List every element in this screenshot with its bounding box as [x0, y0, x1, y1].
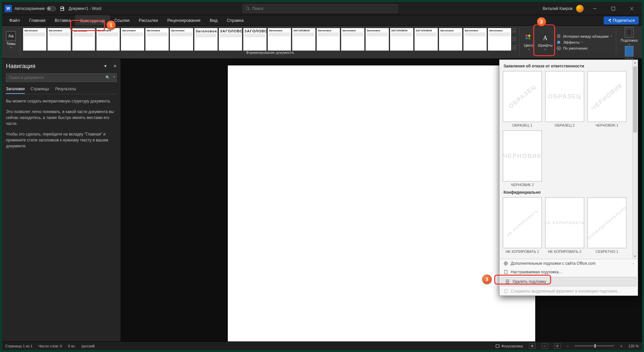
document-page[interactable] — [228, 65, 535, 341]
style-thumb[interactable]: Заголовок — [170, 28, 193, 51]
search-icon — [246, 6, 250, 11]
watermark-option[interactable]: ОБРАЗЕЦОБРАЗЕЦ 2 — [545, 71, 584, 127]
style-thumb[interactable]: Заголовок — [72, 28, 96, 51]
dropdown-scrollbar[interactable]: ▲ ▼ — [632, 60, 638, 259]
nav-tab-pages[interactable]: Страницы — [31, 85, 49, 94]
watermark-option[interactable]: ОБРАЗЕЦОБРАЗЕЦ 1 — [503, 71, 542, 127]
zoom-in[interactable]: + — [620, 344, 622, 348]
view-print-layout[interactable]: ▦ — [529, 343, 536, 349]
scroll-thumb[interactable] — [633, 66, 637, 133]
colors-button[interactable]: Цвета▾ — [522, 29, 536, 55]
style-thumb[interactable]: Заголовок — [23, 28, 47, 51]
chevron-down-icon: ▾ — [10, 46, 12, 49]
user-name[interactable]: Виталий Каиров — [543, 6, 573, 11]
style-thumb[interactable]: ЗАГОЛОВОК — [414, 28, 438, 51]
ribbon-body: Aa Темы ▾ ЗаголовокЗаголовокЗаголовокЗаг… — [2, 26, 642, 59]
style-thumb[interactable]: Заголовок — [194, 28, 218, 51]
gallery-expand[interactable]: ▾ — [512, 45, 516, 49]
status-language[interactable]: русский — [82, 344, 95, 348]
style-thumb[interactable]: Заголовок — [488, 28, 511, 51]
share-icon — [608, 19, 612, 22]
nav-title: Навигация — [6, 63, 35, 70]
style-thumb[interactable]: Заголовок — [316, 28, 340, 51]
status-words[interactable]: Число слов: 0 — [38, 344, 62, 348]
zoom-level[interactable]: 120 % — [628, 344, 639, 348]
tab-view[interactable]: Вид — [205, 15, 222, 25]
tab-help[interactable]: Справка — [222, 15, 248, 25]
avatar[interactable] — [576, 5, 584, 13]
watermark-option[interactable]: ЧЕРНОВИКЧЕРНОВИК 2 — [503, 131, 542, 187]
tab-mailings[interactable]: Рассылки — [134, 15, 163, 25]
search-icon[interactable]: 🔍 — [105, 75, 110, 80]
close-button[interactable] — [624, 2, 639, 15]
nav-tab-headings[interactable]: Заголовки — [6, 85, 25, 94]
style-thumb[interactable]: ЗАГОЛОВО — [219, 28, 242, 51]
watermark-label: ЧЕРНОВИК 2 — [511, 183, 534, 187]
svg-rect-11 — [496, 344, 500, 347]
page-icon — [503, 270, 508, 274]
style-thumb[interactable]: Заголовок — [96, 28, 120, 51]
status-chars[interactable]: 0 зн. — [68, 344, 75, 348]
tab-home[interactable]: Главная — [24, 15, 50, 25]
gallery-scroll-up[interactable]: ▴ — [512, 28, 516, 32]
watermark-option[interactable]: КОНФИДЕНЦИАЛЬНОСЕКРЕТНО 1 — [587, 197, 626, 254]
chevron-down-icon[interactable]: ▾ — [113, 75, 115, 78]
tab-design[interactable]: Конструктор — [75, 15, 110, 25]
style-thumb[interactable]: ЗАГОЛОВОК — [243, 28, 267, 51]
paragraph-spacing-button[interactable]: Интервал между абзацами▾ — [556, 34, 612, 39]
focus-mode-button[interactable]: Фокусировка — [495, 344, 523, 348]
watermark-label: ОБРАЗЕЦ 2 — [555, 123, 575, 127]
watermark-label: ЧЕРНОВИК 1 — [595, 123, 618, 127]
watermark-option[interactable]: ЧЕРНОВИКЧЕРНОВИК 1 — [587, 71, 626, 127]
style-thumb[interactable]: Заголовок — [145, 28, 169, 51]
style-thumb[interactable]: Заголовок — [47, 28, 71, 51]
maximize-button[interactable] — [606, 2, 621, 15]
style-thumb[interactable]: ЗАГОЛОВОК — [390, 28, 414, 51]
effects-button[interactable]: Эффекты▾ — [556, 40, 612, 45]
save-icon[interactable] — [59, 6, 65, 12]
zoom-slider[interactable] — [575, 345, 614, 346]
tab-insert[interactable]: Вставка — [50, 15, 75, 25]
save-selection-to-gallery: Сохранить выделенный фрагмент в коллекци… — [500, 287, 638, 295]
nav-tab-results[interactable]: Результаты — [55, 85, 76, 94]
watermark-option[interactable]: НЕ КОПИРОВАТЬНЕ КОПИРОВАТЬ 1 — [503, 197, 542, 254]
nav-search-input[interactable] — [6, 73, 117, 82]
scroll-up-icon[interactable]: ▲ — [632, 60, 638, 65]
svg-rect-6 — [526, 37, 528, 39]
style-thumb[interactable]: Заголовок — [121, 28, 144, 51]
search-box[interactable]: Поиск — [243, 4, 398, 13]
view-web-layout[interactable]: ▤ — [554, 343, 561, 349]
style-thumb[interactable]: ЗАГОЛОВОК — [292, 28, 316, 51]
style-thumb[interactable]: Заголовок — [341, 28, 365, 51]
focus-icon — [495, 344, 500, 348]
style-thumb[interactable]: Заголовок — [267, 28, 291, 51]
set-default-button[interactable]: По умолчанию — [556, 46, 612, 51]
fonts-icon: A — [541, 33, 550, 43]
style-thumb[interactable]: Заголовок — [439, 28, 463, 51]
fonts-button[interactable]: A Шрифты▾ — [536, 29, 554, 55]
tab-review[interactable]: Рецензирование — [163, 15, 205, 25]
tab-file[interactable]: Файл — [5, 15, 24, 25]
nav-options-button[interactable]: ▼ — [103, 64, 107, 68]
themes-button[interactable]: Aa Темы ▾ — [4, 27, 18, 53]
watermark-option[interactable]: НЕ КОПИРОВАТЬНЕ КОПИРОВАТЬ 2 — [545, 197, 584, 254]
svg-rect-5 — [528, 35, 530, 37]
status-page[interactable]: Страница 1 из 1 — [5, 344, 32, 348]
custom-watermark[interactable]: Настраиваемая подложка... — [500, 268, 638, 276]
style-thumb[interactable]: Заголовок — [365, 28, 389, 51]
zoom-out[interactable]: − — [567, 344, 569, 348]
watermark-button[interactable]: Подложка▾ — [618, 27, 640, 46]
nav-close-button[interactable]: ✕ — [113, 64, 117, 68]
view-read-mode[interactable]: ▭ — [542, 343, 548, 349]
svg-rect-17 — [504, 290, 507, 293]
minimize-button[interactable] — [587, 2, 602, 15]
gallery-scroll-down[interactable]: ▾ — [512, 37, 516, 41]
colors-icon — [524, 33, 534, 43]
style-thumb[interactable]: Заголовок — [463, 28, 487, 51]
share-button[interactable]: Поделиться — [604, 17, 639, 24]
autosave-toggle[interactable] — [47, 6, 56, 11]
scroll-down-icon[interactable]: ▼ — [632, 254, 638, 259]
more-watermarks-office[interactable]: Дополнительные подложки с сайта Office.c… — [500, 259, 638, 268]
remove-watermark[interactable]: Удалить подложку — [501, 277, 636, 286]
document-styles-gallery[interactable]: ЗаголовокЗаголовокЗаголовокЗаголовокЗаго… — [22, 27, 517, 51]
